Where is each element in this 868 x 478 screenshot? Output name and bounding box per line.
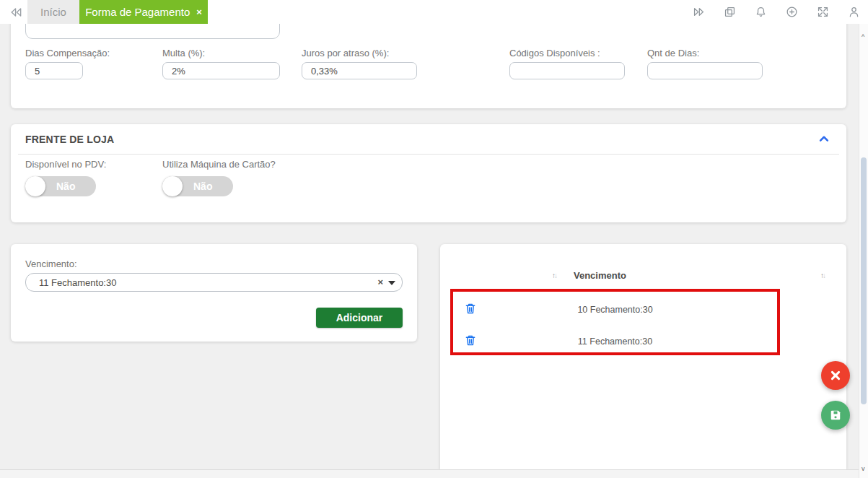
multa-input[interactable] — [162, 62, 280, 79]
field-label: Qnt de Dias: — [647, 48, 763, 58]
tab-bar: Início Forma de Pagamento × — [0, 0, 868, 24]
toggle-state: Não — [193, 181, 212, 192]
section-divider — [18, 154, 839, 155]
scroll-down-icon[interactable]: v — [862, 466, 865, 472]
field-label: Vencimento: — [25, 258, 77, 269]
notifications-icon[interactable] — [754, 5, 768, 19]
tab-label: Início — [40, 6, 66, 18]
field-label: Multa (%): — [162, 48, 280, 58]
column-header: Vencimento — [574, 270, 626, 281]
toggle-label: Disponível no PDV: — [25, 159, 106, 170]
annotation-highlight: 10 Fechamento:30 11 Fechamento:30 — [450, 289, 780, 355]
adicionar-button[interactable]: Adicionar — [316, 308, 403, 328]
table-row: 10 Fechamento:30 — [453, 293, 777, 323]
close-icon — [828, 368, 843, 383]
maquina-cartao-toggle[interactable]: Não — [162, 176, 233, 196]
collapse-tabs-icon[interactable] — [9, 5, 23, 19]
fast-forward-icon[interactable] — [692, 5, 706, 19]
toggle-label: Utiliza Máquina de Cartão? — [162, 159, 276, 170]
row-value: 11 Fechamento:30 — [453, 336, 777, 347]
toggle-state: Não — [56, 181, 75, 192]
save-disk-icon — [828, 408, 843, 422]
sort-icon[interactable]: ↑↓ — [820, 271, 825, 279]
field-label: Códigos Disponíveis : — [509, 48, 625, 58]
dias-compensacao-input[interactable] — [25, 62, 83, 79]
payment-settings-card: Dias Compensação: Multa (%): Juros por a… — [11, 14, 846, 108]
frente-de-loja-card: FRENTE DE LOJA Disponível no PDV: Não Ut… — [11, 124, 846, 222]
close-tab-icon[interactable]: × — [196, 7, 202, 17]
duplicate-icon[interactable] — [723, 5, 737, 19]
dropdown-caret-icon[interactable] — [388, 281, 395, 285]
cancel-button[interactable] — [821, 361, 850, 390]
fullscreen-icon[interactable] — [816, 5, 830, 19]
topbar-actions — [692, 0, 861, 24]
table-row: 11 Fechamento:30 — [453, 325, 777, 355]
table-header: ↑↓ Vencimento ↑↓ — [440, 266, 846, 284]
clear-selection-icon[interactable]: × — [377, 277, 383, 287]
save-button[interactable] — [821, 401, 850, 430]
toggle-knob — [25, 176, 45, 196]
selected-value: 11 Fechamento:30 — [39, 277, 116, 288]
sort-icon[interactable]: ↑↓ — [552, 271, 556, 279]
tab-forma-de-pagamento[interactable]: Forma de Pagamento × — [79, 0, 208, 24]
field-label: Juros por atraso (%): — [302, 48, 417, 58]
collapse-section-icon[interactable] — [817, 132, 830, 145]
field-label: Dias Compensação: — [25, 48, 83, 58]
toggle-knob — [162, 176, 183, 196]
vencimento-select[interactable]: 11 Fechamento:30 × — [25, 273, 403, 292]
user-icon[interactable] — [847, 5, 861, 19]
juros-atraso-input[interactable] — [302, 62, 417, 79]
qnt-dias-input[interactable] — [647, 62, 763, 79]
pdv-toggle[interactable]: Não — [25, 176, 96, 196]
vertical-scrollbar[interactable]: ^ v — [859, 24, 868, 478]
scroll-up-icon[interactable]: ^ — [862, 34, 864, 40]
add-icon[interactable] — [785, 5, 799, 19]
scrollbar-thumb[interactable] — [861, 157, 867, 404]
horizontal-scrollbar[interactable] — [0, 469, 859, 478]
tab-inicio[interactable]: Início — [27, 0, 79, 24]
codigos-disponiveis-input[interactable] — [509, 62, 625, 79]
app-window: Início Forma de Pagamento × — [0, 0, 868, 478]
row-value: 10 Fechamento:30 — [453, 305, 777, 315]
vencimento-table-card: ↑↓ Vencimento ↑↓ 10 Fechamento:30 — [440, 244, 846, 469]
tab-label: Forma de Pagamento — [85, 6, 190, 18]
vencimento-form-card: Vencimento: 11 Fechamento:30 × Adicionar — [11, 244, 417, 342]
section-title: FRENTE DE LOJA — [25, 134, 114, 145]
